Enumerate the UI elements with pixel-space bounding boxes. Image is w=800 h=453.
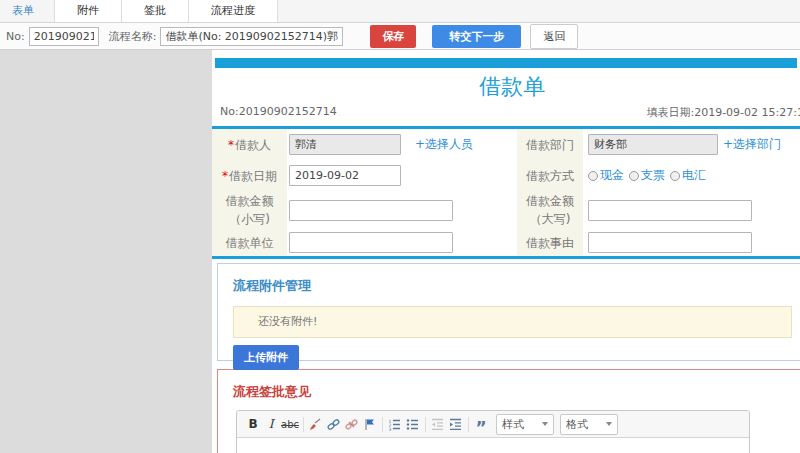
required-asterisk: *: [222, 169, 228, 183]
toolbar-separator: [382, 417, 383, 432]
tab-attachment[interactable]: 附件: [54, 0, 122, 22]
radio-option-cheque[interactable]: 支票: [629, 167, 665, 184]
anchor-flag-icon[interactable]: [362, 415, 378, 433]
forward-next-step-button[interactable]: 转交下一步: [432, 25, 521, 48]
amount-small-cell: [287, 191, 517, 229]
form-no-text: No:20190902152714: [220, 105, 337, 120]
loan-reason-input[interactable]: [588, 232, 752, 253]
no-attachment-alert: 还没有附件!: [233, 306, 792, 338]
radio-icon[interactable]: [670, 171, 680, 181]
outdent-icon[interactable]: [430, 415, 446, 433]
department-input[interactable]: [588, 134, 718, 155]
select-department-link[interactable]: +选择部门: [723, 136, 781, 153]
chevron-down-icon: [542, 422, 548, 426]
amount-big-input[interactable]: [588, 200, 752, 221]
loan-reason-cell: [583, 229, 800, 256]
loan-reason-label: 借款事由: [517, 229, 583, 256]
editor-toolbar: B I abc 123: [237, 411, 749, 438]
amount-small-label: 借款金额（小写): [212, 191, 287, 229]
chevron-down-icon: [606, 422, 612, 426]
form-header-row: No:20190902152714 填表日期:2019-09-02 15:27:…: [212, 101, 800, 126]
style-dropdown[interactable]: 样式: [496, 414, 554, 435]
back-button[interactable]: 返回: [530, 24, 578, 49]
attachment-section: 流程附件管理 还没有附件! 上传附件: [217, 263, 800, 361]
loan-unit-label: 借款单位: [212, 229, 287, 256]
department-label: 借款部门: [517, 129, 583, 160]
amount-small-input[interactable]: [289, 200, 453, 221]
content-panel: 借款单 No:20190902152714 填表日期:2019-09-02 15…: [212, 50, 800, 453]
toolbar-separator: [425, 417, 426, 432]
radio-option-cash[interactable]: 现金: [588, 167, 624, 184]
no-label: No:: [6, 30, 25, 43]
borrower-cell: +选择人员: [287, 129, 517, 160]
bold-icon[interactable]: B: [245, 415, 261, 433]
borrower-input[interactable]: [289, 134, 401, 155]
action-bar: No: 流程名称: 保存 转交下一步 返回: [0, 23, 800, 50]
amount-big-cell: [583, 191, 800, 229]
top-accent-bar: [215, 58, 797, 68]
form-date-text: 填表日期:2019-09-02 15:27:1: [646, 105, 800, 120]
link-icon[interactable]: [326, 415, 342, 433]
italic-icon[interactable]: I: [263, 415, 279, 433]
approval-section-title: 流程签批意见: [218, 370, 800, 401]
tab-process-progress[interactable]: 流程进度: [188, 0, 278, 22]
form-title: 借款单: [212, 71, 800, 101]
borrower-label: *借款人: [212, 129, 287, 160]
select-person-link[interactable]: +选择人员: [415, 136, 473, 153]
strikethrough-icon[interactable]: abc: [281, 415, 299, 433]
numbered-list-icon[interactable]: 123: [387, 415, 403, 433]
loan-date-label: *借款日期: [212, 160, 287, 191]
loan-unit-input[interactable]: [289, 232, 453, 253]
blockquote-icon[interactable]: ”: [473, 415, 489, 433]
toolbar-separator: [468, 417, 469, 432]
tab-bar: 表单 附件 签批 流程进度: [0, 0, 800, 23]
bulleted-list-icon[interactable]: [405, 415, 421, 433]
loan-method-radio-group: 现金 支票 电汇: [588, 167, 711, 184]
loan-unit-cell: [287, 229, 517, 256]
remove-format-icon[interactable]: [308, 415, 324, 433]
loan-date-cell: [287, 160, 517, 191]
department-cell: +选择部门: [583, 129, 800, 160]
loan-date-input[interactable]: [289, 165, 401, 186]
attachment-section-title: 流程附件管理: [218, 264, 800, 295]
approval-section: 流程签批意见 B I abc: [217, 369, 800, 453]
upload-attachment-button[interactable]: 上传附件: [233, 345, 299, 370]
loan-form: *借款人 +选择人员 借款部门 +选择部门 *借款日期 借款方式 现金: [212, 129, 800, 256]
divider-line-bottom: [212, 256, 800, 259]
rich-text-editor: B I abc 123: [236, 410, 750, 453]
process-name-input[interactable]: [160, 27, 343, 46]
unlink-icon[interactable]: [344, 415, 360, 433]
loan-method-label: 借款方式: [517, 160, 583, 191]
radio-icon[interactable]: [629, 171, 639, 181]
tab-form[interactable]: 表单: [0, 0, 46, 22]
required-asterisk: *: [228, 138, 234, 152]
loan-method-cell: 现金 支票 电汇: [583, 160, 800, 191]
radio-option-wire[interactable]: 电汇: [670, 167, 706, 184]
save-button[interactable]: 保存: [370, 25, 416, 48]
toolbar-separator: [303, 417, 304, 432]
radio-icon[interactable]: [588, 171, 598, 181]
no-input[interactable]: [29, 27, 99, 46]
tab-approval[interactable]: 签批: [121, 0, 189, 22]
style-dropdown-label: 样式: [502, 417, 524, 432]
amount-big-label: 借款金额（大写): [517, 191, 583, 229]
editor-content-area[interactable]: [237, 438, 749, 453]
process-name-label: 流程名称:: [109, 29, 157, 44]
indent-icon[interactable]: [448, 415, 464, 433]
svg-text:3: 3: [389, 426, 392, 431]
format-dropdown[interactable]: 格式: [560, 414, 618, 435]
format-dropdown-label: 格式: [566, 417, 588, 432]
